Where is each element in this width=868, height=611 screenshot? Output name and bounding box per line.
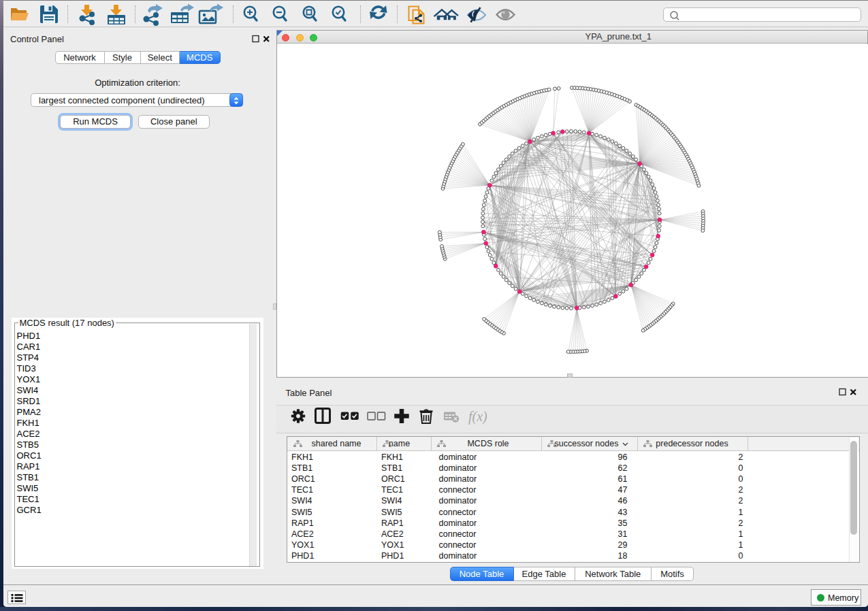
svg-text:f(x): f(x) — [468, 409, 487, 425]
